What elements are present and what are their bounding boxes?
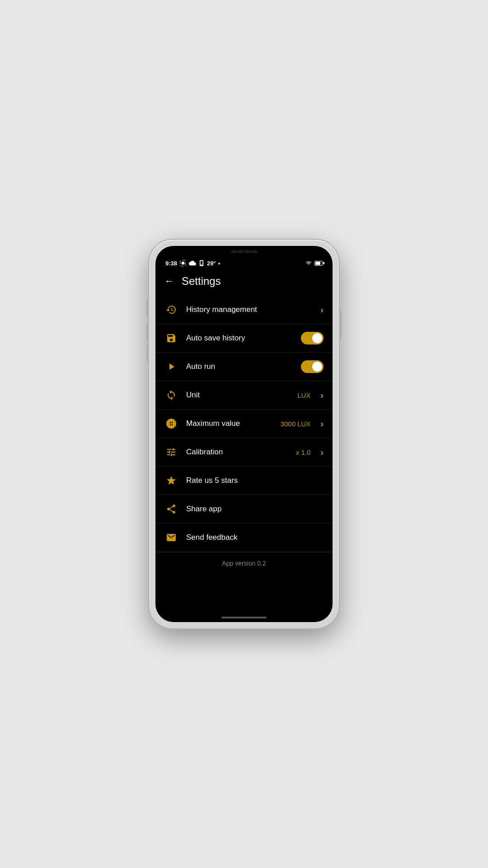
settings-item-rate-us[interactable]: Rate us 5 stars: [155, 467, 333, 495]
phone-screen: 9:38 29° • ← Settings History management…: [155, 246, 333, 622]
chevron-icon-maximum-value: ›: [320, 419, 324, 429]
settings-label-share-app: Share app: [186, 505, 324, 514]
top-decorative: [155, 246, 333, 255]
status-temp: 29°: [207, 260, 216, 267]
settings-label-send-feedback: Send feedback: [186, 533, 324, 542]
header: ← Settings: [155, 269, 333, 296]
app-version: App version 0.2: [155, 552, 333, 574]
history-mgmt-icon: [164, 303, 178, 316]
settings-item-send-feedback[interactable]: Send feedback: [155, 524, 333, 552]
settings-item-history-management[interactable]: History management›: [155, 296, 333, 324]
settings-value-unit: LUX: [297, 392, 310, 399]
settings-item-maximum-value[interactable]: Maximum value3000 LUX›: [155, 410, 333, 438]
unit-icon: [164, 388, 178, 402]
toggle-auto-save-history[interactable]: [301, 332, 324, 344]
email-icon: [164, 531, 178, 544]
chevron-icon-unit: ›: [320, 390, 324, 401]
calibration-icon: [164, 445, 178, 459]
settings-value-calibration: x 1.0: [296, 448, 311, 456]
settings-item-unit[interactable]: UnitLUX›: [155, 381, 333, 410]
home-indicator: [221, 617, 267, 618]
share-icon: [164, 502, 178, 516]
weather-icon-2: [189, 259, 196, 267]
chevron-icon-calibration: ›: [320, 447, 324, 458]
status-dot: •: [218, 260, 221, 267]
status-right: [305, 260, 323, 266]
page-title: Settings: [182, 275, 221, 288]
settings-item-auto-save-history[interactable]: Auto save history: [155, 324, 333, 353]
settings-value-maximum-value: 3000 LUX: [281, 420, 311, 428]
status-bar: 9:38 29° •: [155, 255, 333, 269]
settings-label-unit: Unit: [186, 391, 289, 400]
settings-list: History management›Auto save historyAuto…: [155, 296, 333, 552]
toggle-auto-run[interactable]: [301, 360, 324, 373]
star-icon: [164, 474, 178, 487]
settings-item-share-app[interactable]: Share app: [155, 495, 333, 524]
settings-label-auto-run: Auto run: [186, 362, 293, 371]
settings-label-calibration: Calibration: [186, 448, 288, 457]
settings-label-history-management: History management: [186, 305, 312, 314]
settings-label-auto-save-history: Auto save history: [186, 334, 293, 343]
speaker-bar: [230, 250, 258, 253]
wifi-icon: [305, 260, 312, 266]
chevron-icon-history-management: ›: [320, 305, 324, 315]
phone-icon: [198, 259, 205, 267]
status-time: 9:38: [165, 260, 177, 267]
battery-icon: [314, 261, 323, 266]
phone-shell: 9:38 29° • ← Settings History management…: [149, 240, 339, 628]
play-icon: [164, 360, 178, 373]
max-value-icon: [164, 417, 178, 430]
settings-label-maximum-value: Maximum value: [186, 419, 272, 428]
settings-item-auto-run[interactable]: Auto run: [155, 353, 333, 381]
status-left: 9:38 29° •: [165, 259, 220, 267]
back-button[interactable]: ←: [164, 275, 174, 287]
save-icon: [164, 331, 178, 345]
settings-item-calibration[interactable]: Calibrationx 1.0›: [155, 438, 333, 467]
weather-icon-1: [179, 259, 187, 267]
settings-label-rate-us: Rate us 5 stars: [186, 476, 324, 485]
